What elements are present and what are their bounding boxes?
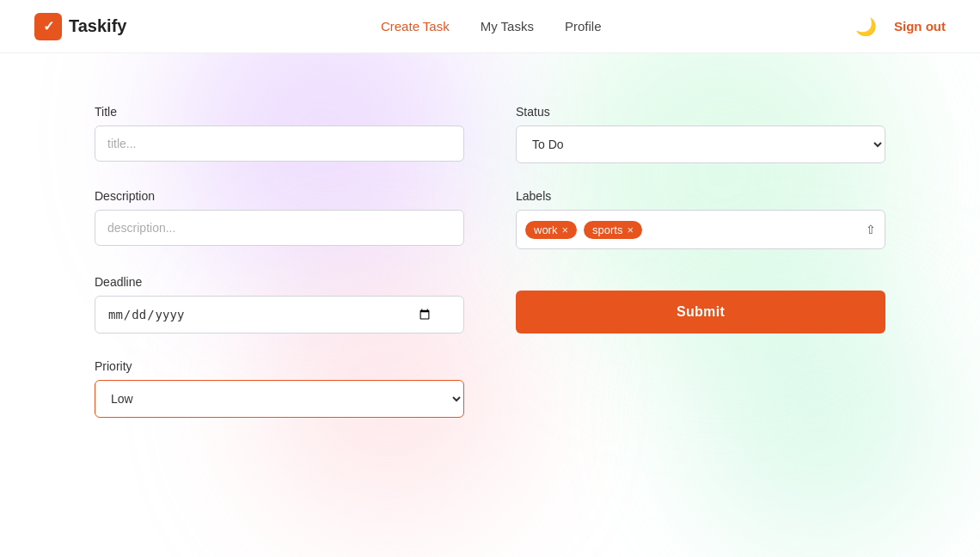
logo-area[interactable]: ✓ Taskify bbox=[34, 13, 126, 40]
label-tag-sports-text: sports bbox=[592, 223, 622, 236]
label-tag-sports: sports × bbox=[584, 221, 642, 239]
labels-chevron-icon[interactable]: ⇧ bbox=[866, 223, 876, 236]
app-name: Taskify bbox=[69, 16, 126, 36]
label-tag-work-text: work bbox=[534, 223, 557, 236]
priority-select[interactable]: Low Medium High bbox=[95, 380, 464, 418]
logo-icon: ✓ bbox=[34, 13, 62, 40]
priority-group: Priority Low Medium High bbox=[95, 359, 464, 418]
deadline-label: Deadline bbox=[95, 275, 464, 289]
nav-links: Create Task My Tasks Profile bbox=[381, 19, 602, 34]
submit-group: Submit bbox=[516, 275, 885, 334]
create-task-form: Title Status To Do In Progress Done Won … bbox=[95, 105, 885, 418]
deadline-input[interactable] bbox=[95, 296, 464, 334]
priority-label: Priority bbox=[95, 359, 464, 373]
description-input[interactable] bbox=[95, 210, 464, 246]
labels-container[interactable]: work × sports × ⇧ bbox=[516, 210, 885, 249]
title-input[interactable] bbox=[95, 125, 464, 162]
deadline-group: Deadline bbox=[95, 275, 464, 334]
labels-group: Labels work × sports × ⇧ bbox=[516, 189, 885, 249]
status-group: Status To Do In Progress Done Won bbox=[516, 105, 885, 163]
page-background: Title Status To Do In Progress Done Won … bbox=[0, 53, 980, 557]
nav-my-tasks[interactable]: My Tasks bbox=[481, 19, 534, 34]
title-label: Title bbox=[95, 105, 464, 119]
title-group: Title bbox=[95, 105, 464, 163]
nav-right: 🌙 Sign out bbox=[855, 16, 946, 37]
navbar: ✓ Taskify Create Task My Tasks Profile 🌙… bbox=[0, 0, 980, 53]
dark-mode-icon[interactable]: 🌙 bbox=[855, 16, 877, 37]
status-select[interactable]: To Do In Progress Done Won bbox=[516, 125, 885, 163]
nav-create-task[interactable]: Create Task bbox=[381, 19, 450, 34]
submit-button[interactable]: Submit bbox=[516, 291, 885, 334]
description-label: Description bbox=[95, 189, 464, 203]
label-tag-work: work × bbox=[525, 221, 577, 239]
status-label: Status bbox=[516, 105, 885, 119]
label-tag-sports-close[interactable]: × bbox=[627, 224, 634, 236]
form-container: Title Status To Do In Progress Done Won … bbox=[60, 53, 920, 452]
description-group: Description bbox=[95, 189, 464, 249]
sign-out-button[interactable]: Sign out bbox=[894, 19, 946, 34]
label-tag-work-close[interactable]: × bbox=[561, 224, 568, 236]
nav-profile[interactable]: Profile bbox=[565, 19, 602, 34]
labels-label: Labels bbox=[516, 189, 885, 203]
